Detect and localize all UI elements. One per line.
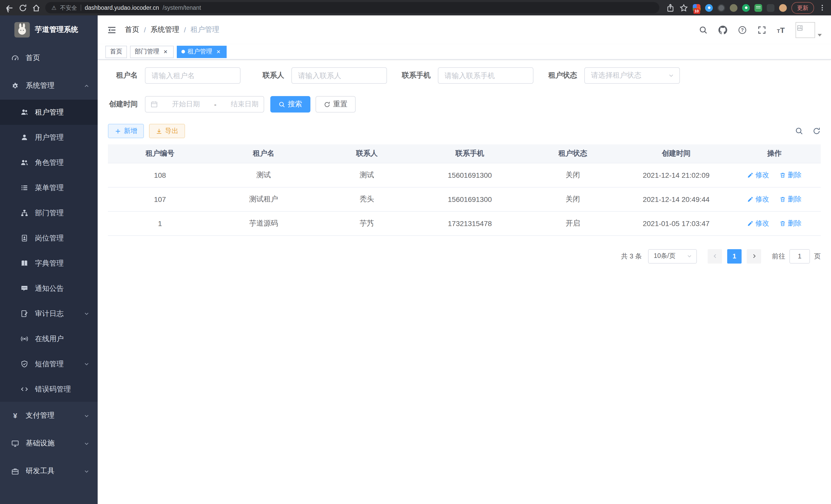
edit-button[interactable]: 修改 — [747, 218, 769, 228]
security-label: 不安全 — [60, 4, 77, 11]
sidebar-item-dept[interactable]: 部门管理 — [0, 200, 98, 226]
sidebar-item-payment[interactable]: ¥ 支付管理 — [0, 402, 98, 429]
shield-check-icon — [21, 360, 28, 368]
bookmark-star-icon[interactable] — [679, 3, 688, 12]
sidebar-item-post[interactable]: 岗位管理 — [0, 226, 98, 251]
tab-dept[interactable]: 部门管理 × — [130, 46, 174, 58]
ext-icon-green-circle[interactable] — [742, 4, 750, 11]
add-button[interactable]: 新增 — [108, 124, 144, 138]
sidebar-item-label: 岗位管理 — [35, 234, 64, 243]
sidebar-item-sms[interactable]: 短信管理 — [0, 351, 98, 377]
github-icon[interactable] — [718, 25, 727, 34]
ext-icon-green-chat[interactable] — [754, 4, 762, 11]
page-number-1[interactable]: 1 — [727, 249, 742, 263]
trash-icon — [780, 220, 786, 226]
sidebar-item-menu[interactable]: 菜单管理 — [0, 175, 98, 200]
user-avatar[interactable] — [796, 22, 822, 38]
address-bar[interactable]: ⚠ 不安全 dashboard.yudao.iocoder.cn/system/… — [45, 2, 659, 13]
goto-page-input[interactable] — [790, 249, 810, 263]
refresh-table-icon[interactable] — [812, 127, 821, 135]
back-icon[interactable] — [5, 3, 14, 12]
sidebar-item-system[interactable]: 系统管理 — [0, 72, 98, 100]
broken-image-icon — [797, 25, 803, 31]
tab-tenant[interactable]: 租户管理 × — [177, 46, 227, 58]
home-icon[interactable] — [32, 3, 40, 12]
close-icon[interactable]: × — [162, 48, 169, 55]
sidebar-item-label: 通知公告 — [35, 284, 64, 293]
table-row: 1 芋道源码 芋艿 17321315478 开启 2021-01-05 17:0… — [108, 211, 821, 235]
breadcrumb-system[interactable]: 系统管理 — [150, 25, 179, 34]
page-size-select[interactable]: 10条/页 — [648, 249, 697, 263]
delete-button[interactable]: 删除 — [780, 170, 802, 180]
sidebar-item-error-code[interactable]: 错误码管理 — [0, 377, 98, 402]
search-icon[interactable] — [699, 25, 708, 34]
cell-status: 开启 — [521, 211, 624, 235]
cell-phone: 15601691300 — [418, 163, 521, 187]
ext-icon-colorful[interactable]: 10 — [693, 4, 700, 11]
system-submenu: 租户管理 用户管理 角色管理 菜单管理 — [0, 100, 98, 402]
tab-home[interactable]: 首页 — [105, 46, 127, 58]
sidebar-item-label: 短信管理 — [35, 359, 64, 368]
page-unit-label: 页 — [814, 251, 821, 261]
sidebar-item-label: 菜单管理 — [35, 183, 64, 192]
ext-icon-olive-circle[interactable] — [730, 4, 738, 11]
sidebar-item-home[interactable]: 首页 — [0, 44, 98, 72]
sidebar-item-label: 角色管理 — [35, 158, 64, 167]
audit-doc-icon — [21, 310, 28, 318]
fullscreen-icon[interactable] — [757, 25, 766, 34]
cell-tenant-name: 芋道源码 — [212, 211, 315, 235]
app: 芋道管理系统 首页 系统管理 租户管理 — [0, 16, 831, 504]
toggle-search-icon[interactable] — [795, 127, 803, 135]
browser-menu-icon[interactable] — [819, 4, 826, 11]
search-button[interactable]: 搜索 — [270, 96, 310, 113]
sidebar-item-notice[interactable]: 通知公告 — [0, 276, 98, 301]
filter-status: 租户状态 请选择租户状态 — [547, 67, 680, 84]
delete-button[interactable]: 删除 — [780, 195, 802, 204]
cell-created: 2021-12-14 20:49:44 — [624, 187, 728, 211]
col-tenant-id: 租户编号 — [108, 144, 212, 163]
sidebar-item-tenant[interactable]: 租户管理 — [0, 100, 98, 125]
delete-button[interactable]: 删除 — [780, 218, 802, 228]
font-size-icon[interactable]: TT — [777, 26, 785, 34]
help-icon[interactable]: ? — [738, 25, 746, 34]
edit-button[interactable]: 修改 — [747, 195, 769, 204]
sidebar-item-devtools[interactable]: 研发工具 — [0, 457, 98, 485]
sidebar-fold-icon[interactable] — [107, 25, 117, 35]
date-range-picker[interactable]: 开始日期 - 结束日期 — [145, 96, 264, 113]
reset-button[interactable]: 重置 — [316, 96, 355, 113]
tab-label: 租户管理 — [188, 47, 212, 56]
close-icon[interactable]: × — [215, 48, 222, 55]
next-page-button[interactable] — [747, 249, 761, 263]
cell-contact: 秃头 — [315, 187, 418, 211]
status-select[interactable]: 请选择租户状态 — [584, 67, 680, 84]
yen-icon: ¥ — [11, 412, 19, 420]
col-phone: 联系手机 — [418, 144, 521, 163]
sidebar-item-audit-log[interactable]: 审计日志 — [0, 301, 98, 326]
code-icon — [21, 385, 28, 393]
phone-input[interactable] — [438, 67, 534, 84]
ext-icon-dark-puzzle[interactable] — [767, 4, 774, 11]
export-button[interactable]: 导出 — [149, 124, 185, 138]
search-icon — [279, 101, 285, 108]
edit-button[interactable]: 修改 — [747, 170, 769, 180]
prev-page-button[interactable] — [708, 249, 722, 263]
browser-profile-avatar[interactable] — [779, 4, 787, 11]
contact-input[interactable] — [291, 67, 387, 84]
sidebar-item-role[interactable]: 角色管理 — [0, 150, 98, 175]
sidebar-logo: 芋道管理系统 — [0, 16, 98, 44]
browser-update-button[interactable]: 更新 — [792, 2, 814, 13]
reload-icon[interactable] — [19, 3, 27, 12]
caret-down-icon — [818, 34, 822, 36]
sidebar-item-dict[interactable]: 字典管理 — [0, 251, 98, 276]
calendar-icon — [150, 101, 158, 108]
share-icon[interactable] — [666, 3, 675, 12]
sidebar-item-infrastructure[interactable]: 基础设施 — [0, 429, 98, 457]
breadcrumb-home[interactable]: 首页 — [125, 25, 139, 34]
ext-icon-dark-circle[interactable] — [717, 4, 725, 11]
tenant-name-input[interactable] — [145, 67, 240, 84]
col-status: 租户状态 — [521, 144, 624, 163]
sidebar-item-user[interactable]: 用户管理 — [0, 125, 98, 150]
sidebar-item-label: 错误码管理 — [35, 385, 71, 394]
sidebar-item-online-users[interactable]: 在线用户 — [0, 326, 98, 351]
ext-icon-blue-shield[interactable] — [705, 4, 713, 11]
